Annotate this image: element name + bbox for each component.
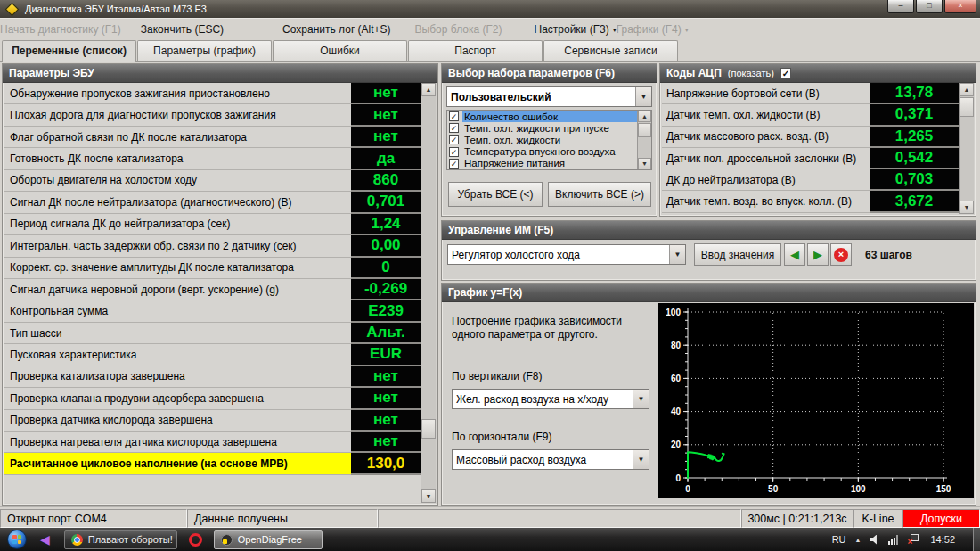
graph-header: График y=F(x) — [442, 284, 976, 302]
param-label: Сигнал ДК после нейтрализатора (диагност… — [4, 192, 351, 213]
language-indicator[interactable]: RU — [832, 534, 846, 545]
tab[interactable]: Ошибки — [273, 40, 407, 62]
scroll-thumb[interactable] — [421, 419, 436, 439]
hidden-icons-arrow[interactable]: ▲ — [855, 537, 862, 543]
actuator-combobox[interactable]: Регулятор холостого хода ▼ — [447, 244, 686, 265]
menu-item[interactable]: Закончить (ESC) ▾ — [141, 23, 224, 36]
tab[interactable]: Сервисные записи — [543, 40, 678, 62]
param-checkbox-item[interactable]: ✓ Количество ошибок — [447, 111, 637, 122]
table-row[interactable]: Период сигнала ДК до нейтрализатора (сек… — [4, 214, 421, 235]
show-desktop-button[interactable] — [973, 528, 980, 551]
table-row[interactable]: Расчитанное цикловое наполнение (на осно… — [4, 453, 421, 474]
scroll-up-icon[interactable]: ▲ — [960, 83, 974, 96]
table-row[interactable]: Напряжение бортовой сети (В) 13,78 — [662, 83, 959, 104]
include-all-button[interactable]: Включить ВСЕ (>) — [548, 182, 651, 207]
tab[interactable]: Паспорт — [408, 40, 543, 62]
checkbox-icon[interactable]: ✓ — [449, 159, 459, 169]
media-player-icon[interactable]: ◀ — [40, 532, 50, 547]
remove-all-button[interactable]: Убрать ВСЕ (<) — [448, 182, 543, 207]
scroll-thumb[interactable] — [960, 97, 974, 117]
scroll-down-icon[interactable]: ▼ — [960, 201, 974, 214]
enter-value-button[interactable]: Ввод значения — [694, 243, 781, 266]
table-row[interactable]: Проверка нагревателя датчика кислорода з… — [4, 432, 421, 453]
menu-item[interactable]: Начать диагностику (F1) ▾ — [0, 23, 121, 36]
scroll-up-icon[interactable]: ▲ — [638, 111, 651, 122]
table-row[interactable]: Обнаружение пропусков зажигания приостан… — [4, 83, 421, 104]
adc-scrollbar[interactable]: ▲ ▼ — [959, 83, 974, 214]
table-row[interactable]: Тип шасси Альт. — [4, 323, 421, 344]
param-value: 130,0 — [351, 453, 421, 474]
step-right-button[interactable]: ▶ — [807, 243, 829, 266]
scroll-track[interactable] — [960, 96, 974, 201]
table-row[interactable]: Датчик темп. возд. во впуск. колл. (В) 3… — [662, 191, 959, 212]
maximize-button[interactable]: □ — [916, 0, 943, 13]
menu-item[interactable]: Настройки (F3) ▾ — [534, 23, 616, 36]
scroll-down-icon[interactable]: ▼ — [638, 158, 651, 169]
taskbar-app-button[interactable]: OpenDiagFree — [214, 530, 323, 549]
taskbar-chrome-button[interactable]: Плавают обороты! ... — [64, 530, 177, 549]
table-row[interactable]: Датчик пол. дроссельной заслонки (В) 0,5… — [662, 148, 959, 169]
show-checkbox[interactable]: ✓ — [780, 68, 791, 78]
param-checkbox-item[interactable]: ✓ Темп. охл. жидкости при пуске — [447, 122, 637, 134]
checkbox-icon[interactable]: ✓ — [449, 147, 459, 157]
checkbox-icon[interactable]: ✓ — [449, 135, 459, 144]
scroll-down-icon[interactable]: ▼ — [421, 489, 436, 503]
ecu-scrollbar[interactable]: ▲ ▼ — [421, 83, 436, 503]
table-row[interactable]: Пусковая характеристика EUR — [4, 344, 421, 366]
table-row[interactable]: Датчик массового расх. возд. (В) 1,265 — [662, 127, 959, 148]
table-row[interactable]: Готовность ДК после катализатора да — [4, 148, 421, 169]
chevron-down-icon[interactable]: ▼ — [669, 245, 685, 264]
step-left-button[interactable]: ◀ — [784, 243, 805, 266]
table-row[interactable]: ДК до нейтрализатора (В) 0,703 — [662, 169, 959, 191]
table-row[interactable]: Плохая дорога для диагностики пропусков … — [4, 104, 421, 126]
param-checkbox-item[interactable]: ✓ Темп. охл. жидкости — [447, 134, 637, 145]
chevron-down-icon[interactable]: ▼ — [633, 450, 649, 469]
start-button[interactable] — [7, 530, 27, 549]
vertical-axis-combobox[interactable]: Жел. расход воздуха на х/ходу ▼ — [452, 389, 649, 409]
volume-icon[interactable] — [870, 535, 879, 545]
checkbox-icon[interactable]: ✓ — [449, 123, 459, 133]
cancel-button[interactable]: × — [830, 243, 852, 266]
param-checkbox-item[interactable]: ✓ Напряжение питания — [447, 158, 637, 169]
signal-icon[interactable] — [888, 535, 898, 545]
table-row[interactable]: Контрольная сумма E239 — [4, 300, 421, 322]
scroll-track[interactable] — [421, 96, 436, 489]
checkbox-icon[interactable]: ✓ — [449, 111, 459, 121]
scroll-thumb[interactable] — [638, 123, 651, 137]
list-scrollbar[interactable]: ▲ ▼ — [637, 111, 651, 169]
table-row[interactable]: Сигнал ДК после нейтрализатора (диагност… — [4, 192, 421, 213]
param-checkbox-item[interactable]: ✓ Температура впускного воздуха — [447, 146, 637, 158]
table-row[interactable]: Обороты двигателя на холостом ходу 860 — [4, 170, 421, 192]
preset-combobox[interactable]: Пользовательский ▼ — [446, 86, 652, 107]
scroll-track[interactable] — [638, 122, 651, 158]
adc-label: Датчик темп. возд. во впуск. колл. (В) — [662, 191, 870, 212]
close-button[interactable]: × — [944, 0, 976, 13]
menu-item[interactable]: Сохранить лог (Alt+S) ▾ — [282, 23, 391, 36]
opera-icon[interactable] — [189, 533, 202, 547]
param-value: 0 — [351, 258, 421, 279]
minimize-button[interactable]: – — [887, 0, 914, 13]
chevron-down-icon[interactable]: ▼ — [635, 87, 651, 106]
tab[interactable]: Параметры (график) — [137, 40, 272, 62]
status-tolerances[interactable]: Допуски — [902, 509, 980, 528]
status-data: Данные получены — [187, 509, 378, 528]
tab[interactable]: Переменные (список) — [2, 40, 136, 62]
param-label: Проверка датчика кислорода завершена — [4, 410, 351, 432]
network-error-icon[interactable]: × — [907, 534, 919, 545]
table-row[interactable]: Проверка катализатора завершена нет — [4, 366, 421, 388]
chevron-down-icon[interactable]: ▼ — [633, 390, 649, 408]
table-row[interactable]: Флаг обратной связи по ДК после катализа… — [4, 127, 421, 148]
menu-item[interactable]: Выбор блока (F2) ▾ — [415, 23, 502, 36]
clock[interactable]: 14:52 — [930, 534, 955, 545]
scroll-up-icon[interactable]: ▲ — [421, 83, 436, 96]
adc-label: Датчик пол. дроссельной заслонки (В) — [662, 148, 870, 169]
horizontal-axis-combobox[interactable]: Массовый расход воздуха ▼ — [452, 449, 649, 470]
menu-item[interactable]: Графики (F4) ▾ — [617, 23, 689, 36]
table-row[interactable]: Коррект. ср. значение амплитуды ДК после… — [4, 258, 421, 279]
table-row[interactable]: Сигнал датчика неровной дороги (верт. ус… — [4, 279, 421, 300]
table-row[interactable]: Проверка клапана продувки адсорбера заве… — [4, 388, 421, 409]
table-row[interactable]: Интегральн. часть задержки обр. связи по… — [4, 235, 421, 257]
table-row[interactable]: Датчик темп. охл. жидкости (В) 0,371 — [662, 104, 959, 126]
adc-label: Датчик темп. охл. жидкости (В) — [662, 104, 870, 126]
table-row[interactable]: Проверка датчика кислорода завершена нет — [4, 410, 421, 432]
